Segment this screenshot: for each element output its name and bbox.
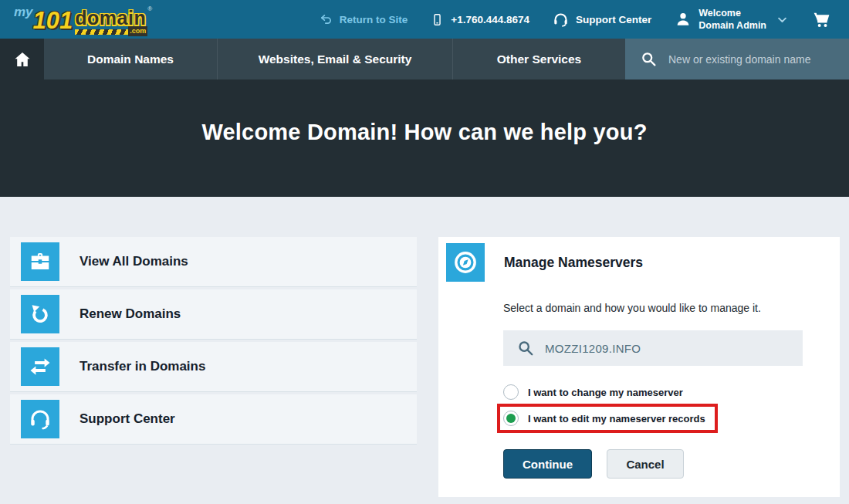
quick-link-transfer-in-domains[interactable]: Transfer in Domains xyxy=(10,342,417,392)
cancel-button[interactable]: Cancel xyxy=(607,449,684,479)
mobile-phone-icon xyxy=(431,12,444,27)
domain-select-field[interactable]: MOZZI1209.INFO xyxy=(503,330,803,366)
cart-icon xyxy=(811,10,832,29)
quick-link-label: View All Domains xyxy=(79,254,188,269)
nav-label: Domain Names xyxy=(87,52,174,66)
panel-subtitle: Select a domain and how you would like t… xyxy=(503,302,840,314)
search-icon xyxy=(517,340,534,357)
renew-icon xyxy=(21,295,59,333)
logo-stripes: .com xyxy=(75,29,146,35)
red-highlight-annotation: I want to edit my nameserver records xyxy=(497,404,718,433)
quick-link-renew-domains[interactable]: Renew Domains xyxy=(10,289,417,340)
user-icon xyxy=(675,11,692,28)
panel-title: Manage Nameservers xyxy=(504,255,643,271)
nameserver-options: I want to change my nameserver I want to… xyxy=(503,382,840,433)
manage-nameservers-panel: Manage Nameservers Select a domain and h… xyxy=(438,237,840,497)
nav-label: Websites, Email & Security xyxy=(259,52,412,66)
quick-link-label: Renew Domains xyxy=(79,306,181,322)
selected-domain-value: MOZZI1209.INFO xyxy=(545,342,641,355)
briefcase-icon xyxy=(21,242,59,281)
support-center-label: Support Center xyxy=(576,14,651,25)
headset-icon xyxy=(21,400,59,438)
compass-icon xyxy=(446,243,485,282)
radio-option-change-nameserver[interactable]: I want to change my nameserver xyxy=(503,382,840,402)
nav-item-websites-email-security[interactable]: Websites, Email & Security xyxy=(217,39,452,79)
transfer-arrows-icon xyxy=(21,347,59,386)
main-nav: Domain Names Websites, Email & Security … xyxy=(0,39,849,79)
quick-link-label: Transfer in Domains xyxy=(79,359,205,374)
continue-button[interactable]: Continue xyxy=(503,449,592,479)
radio-option-edit-nameserver-records[interactable]: I want to edit my nameserver records xyxy=(503,408,705,428)
domain-search xyxy=(625,39,849,79)
quick-link-support-center[interactable]: Support Center xyxy=(10,394,417,445)
nav-item-other-services[interactable]: Other Services xyxy=(452,39,625,79)
account-welcome: Welcome xyxy=(698,7,766,19)
phone-number: +1.760.444.8674 xyxy=(451,14,529,25)
radio-label: I want to change my nameserver xyxy=(528,387,683,398)
radio-label: I want to edit my nameserver records xyxy=(528,413,705,425)
quick-links-list: View All Domains Renew Domains Transfer … xyxy=(10,237,417,447)
domain-search-input[interactable] xyxy=(667,52,844,66)
quick-link-view-all-domains[interactable]: View All Domains xyxy=(10,237,417,287)
logo-my101domain[interactable]: my 101 domain .com ® xyxy=(14,5,152,35)
home-button[interactable] xyxy=(0,39,44,79)
logo-text-com: .com xyxy=(128,26,147,36)
nav-item-domain-names[interactable]: Domain Names xyxy=(44,39,217,79)
account-menu[interactable]: Welcome Domain Admin xyxy=(675,7,788,32)
account-name: Domain Admin xyxy=(698,19,766,32)
topbar: my 101 domain .com ® Return to Site xyxy=(0,0,849,39)
home-icon xyxy=(13,50,32,69)
cart-button[interactable] xyxy=(811,10,832,29)
logo-text-101: 101 xyxy=(33,8,73,32)
headset-icon xyxy=(553,12,569,28)
return-arrow-icon xyxy=(320,13,333,26)
chevron-down-icon xyxy=(776,14,788,25)
logo-text-my: my xyxy=(14,5,33,19)
phone-link[interactable]: +1.760.444.8674 xyxy=(431,12,529,27)
return-to-site-link[interactable]: Return to Site xyxy=(320,13,408,26)
hero-title: Welcome Domain! How can we help you? xyxy=(201,120,647,145)
logo-text-domain: domain xyxy=(75,7,146,29)
radio-button-selected[interactable] xyxy=(503,411,519,426)
hero-banner: Welcome Domain! How can we help you? xyxy=(0,79,849,197)
radio-button-unselected[interactable] xyxy=(503,384,519,400)
nav-label: Other Services xyxy=(497,52,581,66)
search-icon xyxy=(641,51,657,67)
return-to-site-label: Return to Site xyxy=(340,14,408,25)
quick-link-label: Support Center xyxy=(79,411,175,427)
support-center-link[interactable]: Support Center xyxy=(553,12,651,28)
registered-mark: ® xyxy=(147,5,152,12)
main-content: View All Domains Renew Domains Transfer … xyxy=(10,237,840,497)
